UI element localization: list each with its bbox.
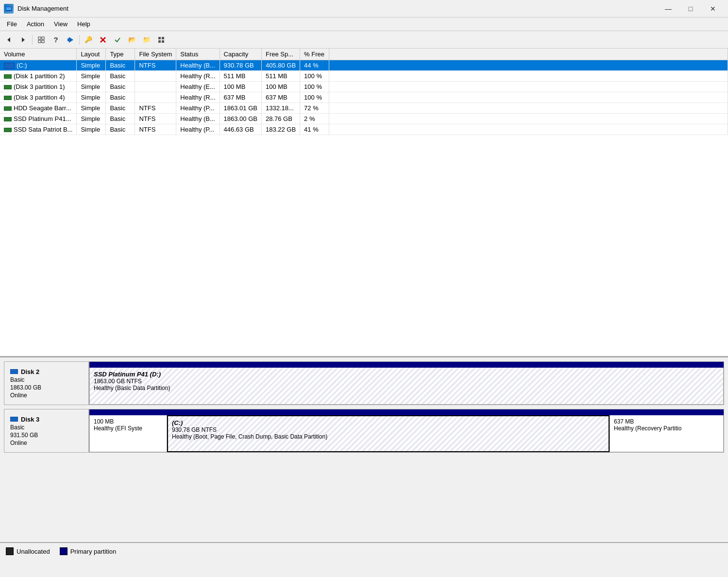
table-row[interactable]: (Disk 3 partition 1) Simple Basic Health… <box>0 82 728 92</box>
legend-unallocated-icon <box>6 547 14 555</box>
disk3-c-size: 930.78 GB NTFS <box>172 426 605 433</box>
disk3-type: Basic <box>10 424 83 431</box>
col-free[interactable]: Free Sp... <box>261 49 300 60</box>
col-filesystem[interactable]: File System <box>135 49 176 60</box>
minimize-button[interactable]: — <box>657 1 679 16</box>
table-row[interactable]: (Disk 3 partition 4) Simple Basic Health… <box>0 92 728 103</box>
cell-capacity: 511 MB <box>220 71 261 82</box>
disk2-part1-status: Healthy (Basic Data Partition) <box>94 385 719 391</box>
disk2-part1-title: SSD Platinum P41 (D:) <box>94 371 719 378</box>
window-title: Disk Management <box>17 5 657 12</box>
svg-rect-5 <box>38 37 41 39</box>
cell-percent: 100 % <box>300 82 329 92</box>
svg-marker-3 <box>7 37 10 42</box>
cell-type: Basic <box>106 124 135 135</box>
table-row[interactable]: HDD Seagate Barr... Simple Basic NTFS He… <box>0 103 728 114</box>
cell-free: 183.22 GB <box>261 124 300 135</box>
disk2-partitions: SSD Platinum P41 (D:) 1863.00 GB NTFS He… <box>89 368 724 405</box>
disk3-name: Disk 3 <box>21 416 39 423</box>
menu-help[interactable]: Help <box>72 18 95 30</box>
disk3-recovery-status: Healthy (Recovery Partitio <box>614 425 719 432</box>
view-button[interactable] <box>154 34 168 46</box>
cell-status: Healthy (B... <box>176 114 220 124</box>
col-percent[interactable]: % Free <box>300 49 329 60</box>
cell-filesystem: NTFS <box>135 103 176 114</box>
disk3-partitions: 100 MB Healthy (EFI Syste (C:) 930.78 GB… <box>89 415 724 452</box>
table-row[interactable]: SSD Platinum P41... Simple Basic NTFS He… <box>0 114 728 124</box>
maximize-button[interactable]: □ <box>679 1 702 16</box>
col-volume[interactable]: Volume <box>0 49 77 60</box>
svg-rect-14 <box>162 37 164 39</box>
table-row[interactable]: (Disk 1 partition 2) Simple Basic Health… <box>0 71 728 82</box>
cell-percent: 41 % <box>300 124 329 135</box>
disk3-status: Online <box>10 440 83 446</box>
disk3-efi-partition[interactable]: 100 MB Healthy (EFI Syste <box>89 415 167 452</box>
cell-volume: HDD Seagate Barr... <box>0 103 77 114</box>
table-panel[interactable]: Volume Layout Type File System Status Ca… <box>0 49 728 357</box>
svg-rect-16 <box>162 40 164 43</box>
rescan-button[interactable] <box>64 34 77 46</box>
cell-layout: Simple <box>77 71 106 82</box>
col-layout[interactable]: Layout <box>77 49 106 60</box>
menu-file[interactable]: File <box>2 18 22 30</box>
table-row[interactable]: SSD Sata Patriot B... Simple Basic NTFS … <box>0 124 728 135</box>
disk2-bar <box>89 362 724 368</box>
svg-rect-6 <box>42 37 44 39</box>
disk3-c-partition[interactable]: (C:) 930.78 GB NTFS Healthy (Boot, Page … <box>167 415 609 452</box>
cell-volume: SSD Sata Patriot B... <box>0 124 77 135</box>
main-content: Volume Layout Type File System Status Ca… <box>0 49 728 560</box>
disk3-efi-size: 100 MB <box>94 418 163 425</box>
disk3-efi-status: Healthy (EFI Syste <box>94 425 163 432</box>
legend-primary-label: Primary partition <box>70 548 117 555</box>
cell-percent: 44 % <box>300 60 329 71</box>
app-icon <box>4 4 14 14</box>
disk3-recovery-size: 637 MB <box>614 418 719 425</box>
key-button[interactable]: 🔑 <box>82 34 95 46</box>
disk2-content: SSD Platinum P41 (D:) 1863.00 GB NTFS He… <box>89 362 724 405</box>
window-controls: — □ ✕ <box>657 1 724 16</box>
table-header-row: Volume Layout Type File System Status Ca… <box>0 49 728 60</box>
cell-capacity: 446.63 GB <box>220 124 261 135</box>
col-capacity[interactable]: Capacity <box>220 49 261 60</box>
folder-button[interactable]: 📁 <box>140 34 153 46</box>
cell-free: 637 MB <box>261 92 300 103</box>
folder-open-button[interactable]: 📂 <box>125 34 139 46</box>
menu-action[interactable]: Action <box>22 18 49 30</box>
cell-filesystem <box>135 82 176 92</box>
svg-rect-7 <box>38 40 41 43</box>
cell-layout: Simple <box>77 60 106 71</box>
cell-type: Basic <box>106 71 135 82</box>
menu-bar: File Action View Help <box>0 17 728 31</box>
legend-unallocated: Unallocated <box>6 547 50 555</box>
cell-free: 405.80 GB <box>261 60 300 71</box>
col-status[interactable]: Status <box>176 49 220 60</box>
cell-filesystem: NTFS <box>135 114 176 124</box>
cell-volume: (Disk 3 partition 4) <box>0 92 77 103</box>
properties-button[interactable] <box>34 34 48 46</box>
back-button[interactable] <box>2 34 16 46</box>
cell-volume: SSD Platinum P41... <box>0 114 77 124</box>
delete-button[interactable] <box>96 34 110 46</box>
forward-button[interactable] <box>17 34 30 46</box>
cell-extra <box>329 60 728 71</box>
cell-free: 1332.18... <box>261 103 300 114</box>
close-button[interactable]: ✕ <box>702 1 724 16</box>
cell-filesystem <box>135 92 176 103</box>
cell-extra <box>329 71 728 82</box>
check-button[interactable] <box>111 34 124 46</box>
menu-view[interactable]: View <box>49 18 72 30</box>
help-button[interactable]: ? <box>49 34 63 46</box>
disk3-recovery-partition[interactable]: 637 MB Healthy (Recovery Partitio <box>609 415 724 452</box>
cell-extra <box>329 114 728 124</box>
cell-percent: 2 % <box>300 114 329 124</box>
cell-status: Healthy (R... <box>176 92 220 103</box>
disk2-part1-size: 1863.00 GB NTFS <box>94 378 719 385</box>
table-row[interactable]: (C:) Simple Basic NTFS Healthy (B... 930… <box>0 60 728 71</box>
svg-rect-1 <box>6 7 11 10</box>
svg-rect-15 <box>158 40 161 43</box>
disk2-size: 1863.00 GB <box>10 384 83 391</box>
disk2-partition1[interactable]: SSD Platinum P41 (D:) 1863.00 GB NTFS He… <box>89 368 724 405</box>
disk2-type: Basic <box>10 376 83 383</box>
col-type[interactable]: Type <box>106 49 135 60</box>
disk2-status: Online <box>10 392 83 399</box>
